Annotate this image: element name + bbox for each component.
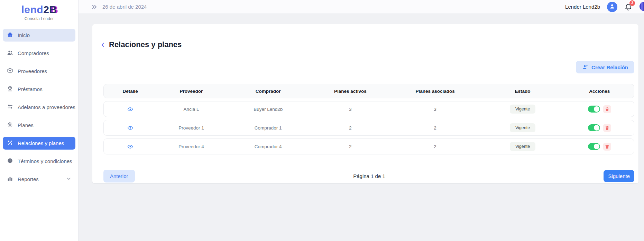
pagination: Anterior Página 1 de 1 Siguiente <box>103 170 634 182</box>
trash-icon <box>605 107 609 111</box>
transfer-icon <box>7 104 13 111</box>
sidebar: lend2B Consola Lender Inicio Compradores… <box>0 0 79 241</box>
brand-logo: lend2B Consola Lender <box>0 0 78 21</box>
col-header-comprador: Comprador <box>226 89 311 94</box>
trash-icon <box>605 126 609 130</box>
sidebar-item-label: Inicio <box>18 32 30 38</box>
status-badge: Vigente <box>510 105 535 114</box>
cell-planes-activos: 3 <box>311 107 390 112</box>
topbar: 26 de abril de 2024 Lender Lend2b 3 <box>79 0 644 14</box>
user-avatar[interactable] <box>607 2 617 12</box>
active-toggle[interactable] <box>588 124 600 131</box>
table-header-row: Detalle Proveedor Comprador Planes activ… <box>103 84 634 98</box>
sidebar-item-label: Términos y condiciones <box>18 158 72 164</box>
brand-logo-text: lend2B <box>0 4 78 15</box>
chevron-down-icon <box>66 176 71 182</box>
relaciones-card: Relaciones y planes Crear Relación Detal… <box>92 24 638 183</box>
notifications-button[interactable]: 3 <box>624 3 632 12</box>
cell-comprador: Buyer Lend2b <box>226 107 311 112</box>
cell-proveedor: Ancla L <box>157 107 226 112</box>
trash-icon <box>605 144 609 149</box>
next-page-button[interactable]: Siguiente <box>604 170 634 182</box>
crear-relacion-label: Crear Relación <box>591 64 628 70</box>
delete-button[interactable] <box>603 105 611 113</box>
gear-icon <box>7 122 13 129</box>
users-icon <box>7 50 13 57</box>
active-toggle[interactable] <box>588 106 600 113</box>
sidebar-item-label: Proveedores <box>18 68 47 74</box>
col-header-planes-activos: Planes activos <box>311 89 390 94</box>
card-actions: Crear Relación <box>92 61 634 73</box>
sidebar-item-label: Relaciones y planes <box>18 140 64 146</box>
col-header-detalle: Detalle <box>104 89 157 94</box>
previous-page-button[interactable]: Anterior <box>103 170 135 182</box>
sidebar-item-reportes[interactable]: Reportes <box>3 173 75 186</box>
table-row: Ancla L Buyer Lend2b 3 3 Vigente <box>103 101 634 117</box>
cell-proveedor: Proveedor 1 <box>157 125 226 131</box>
coin-icon <box>7 86 13 93</box>
cell-planes-asociados: 2 <box>390 125 480 131</box>
sidebar-item-planes[interactable]: Planes <box>3 119 75 132</box>
sidebar-item-terminos[interactable]: Términos y condiciones <box>3 155 75 168</box>
current-date: 26 de abril de 2024 <box>102 4 147 10</box>
cell-planes-asociados: 3 <box>390 107 480 112</box>
sidebar-item-label: Reportes <box>18 176 39 182</box>
sidebar-item-label: Compradores <box>18 50 49 56</box>
active-toggle[interactable] <box>588 143 600 150</box>
relaciones-table: Detalle Proveedor Comprador Planes activ… <box>103 84 634 154</box>
cell-planes-activos: 2 <box>311 125 390 131</box>
pagination-status: Página 1 de 1 <box>135 173 604 179</box>
home-icon <box>7 32 13 39</box>
delete-button[interactable] <box>603 143 611 151</box>
cell-planes-activos: 2 <box>311 144 390 149</box>
user-plus-icon <box>582 64 588 70</box>
package-icon <box>7 68 13 75</box>
view-detail-button[interactable] <box>127 124 134 132</box>
cell-comprador: Comprador 4 <box>226 144 311 149</box>
sidebar-nav: Inicio Compradores Proveedores Préstamos… <box>0 29 78 186</box>
sidebar-item-proveedores[interactable]: Proveedores <box>3 65 75 78</box>
back-chevron-icon[interactable] <box>100 42 106 48</box>
sidebar-item-label: Préstamos <box>18 86 43 92</box>
alert-circle-icon <box>7 158 13 165</box>
topbar-right: Lender Lend2b 3 <box>565 2 644 12</box>
cell-planes-asociados: 2 <box>390 144 480 149</box>
bell-icon <box>624 6 632 12</box>
cell-proveedor: Proveedor 4 <box>157 144 226 149</box>
eye-icon <box>127 108 133 113</box>
sidebar-item-prestamos[interactable]: Préstamos <box>3 83 75 96</box>
sidebar-item-label: Adelantos a proveedores <box>18 104 75 110</box>
col-header-planes-asociados: Planes asociados <box>390 89 480 94</box>
sidebar-item-adelantos[interactable]: Adelantos a proveedores <box>3 101 75 114</box>
notification-badge: 3 <box>629 0 635 6</box>
person-icon <box>609 3 616 11</box>
crear-relacion-button[interactable]: Crear Relación <box>576 61 634 73</box>
sidebar-collapse-icon[interactable] <box>91 4 98 10</box>
col-header-proveedor: Proveedor <box>157 89 226 94</box>
col-header-estado: Estado <box>480 89 565 94</box>
delete-button[interactable] <box>603 124 611 132</box>
table-row: Proveedor 4 Comprador 4 2 2 Vigente <box>103 139 634 154</box>
sidebar-item-compradores[interactable]: Compradores <box>3 47 75 60</box>
percent-icon <box>7 140 13 147</box>
eye-icon <box>127 127 133 132</box>
cell-comprador: Comprador 1 <box>226 125 311 131</box>
status-badge: Vigente <box>510 123 535 132</box>
sidebar-item-inicio[interactable]: Inicio <box>3 29 75 42</box>
status-badge: Vigente <box>510 142 535 151</box>
page-header: Relaciones y planes <box>100 40 634 49</box>
page-title: Relaciones y planes <box>109 40 182 49</box>
bar-chart-icon <box>7 176 13 183</box>
user-name: Lender Lend2b <box>565 4 600 10</box>
sidebar-item-relaciones-y-planes[interactable]: Relaciones y planes <box>3 137 75 150</box>
brand-subtitle: Consola Lender <box>0 16 78 21</box>
table-row: Proveedor 1 Comprador 1 2 2 Vigente <box>103 120 634 136</box>
view-detail-button[interactable] <box>127 143 134 150</box>
sidebar-item-label: Planes <box>18 122 34 128</box>
view-detail-button[interactable] <box>127 106 134 113</box>
eye-icon <box>127 145 133 151</box>
col-header-acciones: Acciones <box>565 89 634 94</box>
